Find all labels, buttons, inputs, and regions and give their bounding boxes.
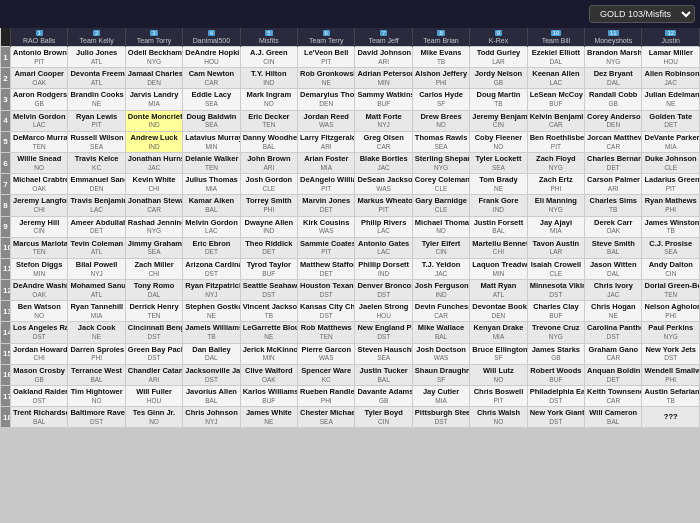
- player-cell[interactable]: Jordy NelsonGB: [470, 68, 527, 89]
- player-cell[interactable]: DeAndre HopkinsHOU: [183, 47, 240, 68]
- player-cell[interactable]: Sterling ShepardNYG: [412, 152, 469, 173]
- player-cell[interactable]: Lamar MillerHOU: [642, 47, 700, 68]
- player-cell[interactable]: Cam NewtonCAR: [183, 68, 240, 89]
- player-cell[interactable]: Coby FleenerNO: [470, 131, 527, 152]
- player-cell[interactable]: Larry FitzgeraldARI: [298, 131, 355, 152]
- player-cell[interactable]: Pittsburgh SteelersDST: [412, 407, 469, 428]
- player-cell[interactable]: Charles BernardDET: [585, 152, 642, 173]
- player-cell[interactable]: Devonta FreemanATL: [68, 68, 125, 89]
- player-cell[interactable]: Antonio BrownPIT: [11, 47, 68, 68]
- player-cell[interactable]: Marcus MariotaTEN: [11, 237, 68, 258]
- player-cell[interactable]: Devin FunchessCAR: [412, 301, 469, 322]
- player-cell[interactable]: Matthew StaffordDET: [298, 258, 355, 279]
- player-cell[interactable]: Duke JohnsonCLE: [642, 152, 700, 173]
- player-cell[interactable]: Isaiah CrowellCLE: [527, 258, 584, 279]
- player-cell[interactable]: Rob GronkowskiNE: [298, 68, 355, 89]
- player-cell[interactable]: Carson PalmerARI: [585, 174, 642, 195]
- player-cell[interactable]: Doug BaldwinSEA: [183, 110, 240, 131]
- player-cell[interactable]: Frank GoreIND: [470, 195, 527, 216]
- player-cell[interactable]: John BrownARI: [240, 152, 297, 173]
- player-cell[interactable]: Chester MichaelSEA: [298, 407, 355, 428]
- player-cell[interactable]: Russell WilsonSEA: [68, 131, 125, 152]
- player-cell[interactable]: Bruce EllingtonSF: [470, 343, 527, 364]
- player-cell[interactable]: Jimmy GrahamSEA: [125, 237, 182, 258]
- player-cell[interactable]: Karlos WilliamsBUF: [240, 386, 297, 407]
- player-cell[interactable]: Terrance WestBAL: [68, 364, 125, 385]
- player-cell[interactable]: Corey AndersonDEN: [585, 110, 642, 131]
- player-cell[interactable]: Marvin JonesDET: [298, 195, 355, 216]
- player-cell[interactable]: Davante AdamsGB: [355, 386, 412, 407]
- player-cell[interactable]: Chris IvoryJAC: [585, 280, 642, 301]
- player-cell[interactable]: Kevin WhiteCHI: [125, 174, 182, 195]
- player-cell[interactable]: Travis BenjaminLAC: [68, 195, 125, 216]
- player-cell[interactable]: Josh DoctsonWAS: [412, 343, 469, 364]
- player-cell[interactable]: DeSean JacksonWAS: [355, 174, 412, 195]
- player-cell[interactable]: Tom BradyNE: [470, 174, 527, 195]
- player-cell[interactable]: Jeremy HillCIN: [11, 216, 68, 237]
- player-cell[interactable]: Carolina PanthersDST: [585, 322, 642, 343]
- player-cell[interactable]: Trevone CruzNYG: [527, 322, 584, 343]
- player-cell[interactable]: Doug MartinTB: [470, 89, 527, 110]
- player-cell[interactable]: Sammy WatkinsBUF: [355, 89, 412, 110]
- player-cell[interactable]: Latavius MurrayMIN: [183, 131, 240, 152]
- player-cell[interactable]: Randall CobbGB: [585, 89, 642, 110]
- player-cell[interactable]: ???: [642, 407, 700, 428]
- player-cell[interactable]: Josh FergusonIND: [412, 280, 469, 301]
- player-cell[interactable]: Eric DeckerTEN: [240, 110, 297, 131]
- player-cell[interactable]: Corey ColemanCLE: [412, 174, 469, 195]
- player-cell[interactable]: Chris HoganNE: [585, 301, 642, 322]
- player-cell[interactable]: Gary BarnidgeCLE: [412, 195, 469, 216]
- player-cell[interactable]: Jonathan HurnsJAC: [125, 152, 182, 173]
- player-cell[interactable]: Phillip DorsettIND: [355, 258, 412, 279]
- player-cell[interactable]: Kamar AikenBAL: [183, 195, 240, 216]
- player-cell[interactable]: David JohnsonARI: [355, 47, 412, 68]
- player-cell[interactable]: Tyler LockettSEA: [470, 152, 527, 173]
- player-cell[interactable]: T.Y. HiltonIND: [240, 68, 297, 89]
- player-cell[interactable]: Jordan ReedWAS: [298, 110, 355, 131]
- player-cell[interactable]: Matt ForteNYJ: [355, 110, 412, 131]
- player-cell[interactable]: Dorial Green-BeckTEN: [642, 280, 700, 301]
- player-cell[interactable]: Clive WalfordOAK: [240, 364, 297, 385]
- player-cell[interactable]: Rob MatthewsTEN: [298, 322, 355, 343]
- player-cell[interactable]: Drew BreesNO: [412, 110, 469, 131]
- player-cell[interactable]: Justin ForsettBAL: [470, 216, 527, 237]
- player-cell[interactable]: Kirk CousinsWAS: [298, 216, 355, 237]
- player-cell[interactable]: Jeremy LangfordCHI: [11, 195, 68, 216]
- player-cell[interactable]: Thomas RawlsSEA: [412, 131, 469, 152]
- player-cell[interactable]: C.J. ProsiseSEA: [642, 237, 700, 258]
- player-cell[interactable]: Chris WalshNO: [470, 407, 527, 428]
- player-cell[interactable]: Will FullerHOU: [125, 386, 182, 407]
- player-cell[interactable]: Chris JohnsonNYJ: [183, 407, 240, 428]
- player-cell[interactable]: Dan BaileyDAL: [183, 343, 240, 364]
- player-cell[interactable]: Stephen GostkowskiNE: [183, 301, 240, 322]
- player-cell[interactable]: Demaryius ThomasDEN: [298, 89, 355, 110]
- player-cell[interactable]: Julius ThomasMIA: [183, 174, 240, 195]
- player-cell[interactable]: Jamaal CharlesDEN: [125, 68, 182, 89]
- player-cell[interactable]: Michael ThomasNO: [412, 216, 469, 237]
- player-cell[interactable]: Ezekiel ElliottDAL: [527, 47, 584, 68]
- player-cell[interactable]: Zach ErtzPHI: [527, 174, 584, 195]
- player-cell[interactable]: Andrew LuckIND: [125, 131, 182, 152]
- player-cell[interactable]: James StarksGB: [527, 343, 584, 364]
- player-cell[interactable]: Oakland RaidersDST: [11, 386, 68, 407]
- player-cell[interactable]: Jacksonville JaguarsDST: [183, 364, 240, 385]
- player-cell[interactable]: Devontae BookerDEN: [470, 301, 527, 322]
- player-cell[interactable]: Aaron RodgersGB: [11, 89, 68, 110]
- player-cell[interactable]: Greg OlsenCAR: [355, 131, 412, 152]
- player-cell[interactable]: T.J. YeldonJAC: [412, 258, 469, 279]
- player-cell[interactable]: Green Bay PackersDST: [125, 343, 182, 364]
- player-cell[interactable]: Mike EvansTB: [412, 47, 469, 68]
- player-cell[interactable]: Jordan HowardCHI: [11, 343, 68, 364]
- player-cell[interactable]: Travis KelceKC: [68, 152, 125, 173]
- player-cell[interactable]: Alshon JefferyPHI: [412, 68, 469, 89]
- player-cell[interactable]: Kansas City ChiefsDST: [298, 301, 355, 322]
- player-cell[interactable]: Ryan LewisPIT: [68, 110, 125, 131]
- player-cell[interactable]: Laquon TreadwellMIN: [470, 258, 527, 279]
- player-cell[interactable]: Anquan BoldinDET: [585, 364, 642, 385]
- player-cell[interactable]: Ryan TannehillMIA: [68, 301, 125, 322]
- player-cell[interactable]: Josh GordonCLE: [240, 174, 297, 195]
- player-cell[interactable]: Tony RomoDAL: [125, 280, 182, 301]
- player-cell[interactable]: Wendell SmallwoodPHI: [642, 364, 700, 385]
- player-cell[interactable]: Adrian PetersonMIN: [355, 68, 412, 89]
- player-cell[interactable]: Pierre GarconWAS: [298, 343, 355, 364]
